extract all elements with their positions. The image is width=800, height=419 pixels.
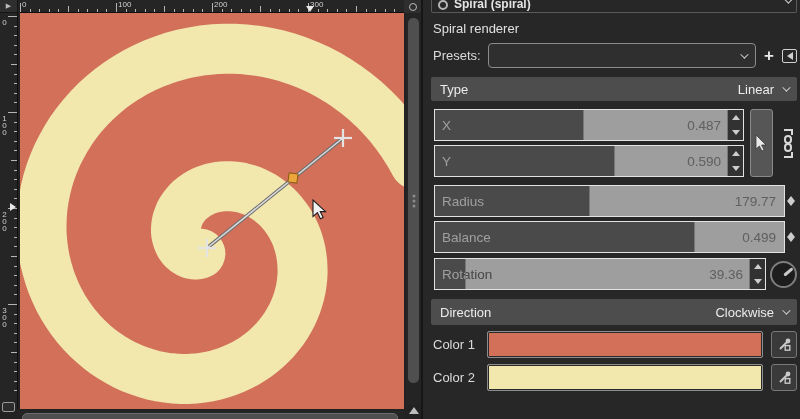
pick-position-button[interactable] [750, 109, 773, 177]
x-spinner[interactable] [727, 110, 743, 140]
rotation-slider-value: 39.36 [709, 267, 743, 282]
balance-slider-label: Balance [442, 230, 491, 245]
type-dropdown[interactable]: Type Linear [431, 77, 797, 101]
color2-row: Color 2 [433, 364, 797, 391]
y-spinner[interactable] [727, 146, 743, 176]
presets-combo[interactable] [488, 43, 756, 68]
quick-mask-toggle[interactable] [2, 402, 15, 412]
radius-slider[interactable]: Radius 179.77 [434, 185, 785, 217]
balance-slider-value: 0.499 [742, 230, 776, 245]
scroll-up-arrow-icon[interactable] [409, 407, 419, 414]
ruler-label: 200 [214, 0, 227, 9]
rotation-slider[interactable]: Rotation 39.36 [434, 258, 766, 290]
eyedropper-icon [777, 370, 792, 385]
rotation-slider-label: Rotation [442, 267, 492, 282]
ruler-label: 100 [118, 0, 131, 9]
color1-label: Color 1 [433, 337, 479, 352]
spin-up-icon[interactable] [732, 115, 740, 120]
color2-label: Color 2 [433, 370, 479, 385]
color1-swatch[interactable] [487, 331, 763, 358]
vertical-scrollbar[interactable] [406, 13, 421, 405]
spin-down-icon[interactable] [732, 166, 740, 171]
ruler-label: 200 [1, 210, 8, 231]
navigation-circle-icon [409, 3, 417, 11]
chevron-down-icon [782, 83, 790, 91]
presets-row: Presets: + [433, 43, 797, 68]
spiral-tool-panel: Spiral (spiral) Spiral renderer Presets:… [421, 0, 800, 419]
y-slider-label: Y [442, 154, 451, 169]
operation-title: Spiral (spiral) [454, 0, 531, 11]
spin-up-icon[interactable] [732, 151, 740, 156]
spin-down-icon[interactable] [732, 130, 740, 135]
radius-spinner[interactable] [785, 193, 797, 209]
spin-down-icon[interactable] [754, 279, 762, 284]
direction-value: Clockwise [715, 305, 774, 320]
vertical-scrollbar-thumb[interactable] [408, 18, 419, 383]
color2-swatch[interactable] [487, 364, 763, 391]
type-label: Type [440, 82, 468, 97]
rotation-spinner[interactable] [749, 259, 765, 289]
direction-label: Direction [440, 305, 491, 320]
x-slider-label: X [442, 118, 451, 133]
color1-row: Color 1 [433, 331, 797, 358]
y-slider-value: 0.590 [687, 154, 721, 169]
balance-slider[interactable]: Balance 0.499 [434, 221, 785, 253]
color2-picker-button[interactable] [771, 364, 797, 391]
triangle-left-icon [787, 52, 793, 60]
image-canvas[interactable] [20, 13, 404, 409]
direction-dropdown[interactable]: Direction Clockwise [431, 299, 797, 325]
chain-link-icon[interactable] [779, 109, 797, 177]
x-slider-value: 0.487 [687, 118, 721, 133]
x-slider-fill [435, 110, 584, 140]
pointer-position-marker [10, 203, 16, 211]
radius-slider-label: Radius [442, 194, 484, 209]
y-slider[interactable]: Y 0.590 [434, 145, 744, 177]
spin-down-icon[interactable] [787, 237, 795, 242]
presets-label: Presets: [433, 48, 481, 63]
horizontal-scrollbar[interactable] [20, 411, 404, 419]
spin-down-icon[interactable] [787, 201, 795, 206]
spin-up-icon[interactable] [754, 264, 762, 269]
ruler-label: 300 [1, 306, 8, 327]
ruler-label: 0 [22, 0, 26, 9]
rotation-dial-icon[interactable] [770, 261, 797, 288]
vertical-ruler[interactable]: 0100200300 [0, 13, 18, 409]
x-slider[interactable]: X 0.487 [434, 109, 744, 141]
navigation-preview-button[interactable] [404, 0, 421, 13]
gegl-operation-icon [438, 0, 448, 10]
canvas-pane: ▶ 0100200300 0100200300 [0, 0, 421, 419]
operation-title-bar: Spiral (spiral) [431, 0, 797, 13]
ruler-label: 0 [1, 18, 8, 25]
gimp-window: ▶ 0100200300 0100200300 Spiral (spiral) … [0, 0, 800, 419]
scrollbar-grip-icon [412, 194, 415, 207]
horizontal-scrollbar-thumb[interactable] [22, 413, 398, 419]
chevron-down-icon [782, 306, 790, 314]
y-slider-fill [435, 146, 615, 176]
ruler-label: 100 [1, 114, 8, 135]
horizontal-ruler[interactable]: 0100200300 [20, 0, 404, 13]
ruler-corner-button[interactable]: ▶ [0, 0, 18, 13]
color1-picker-button[interactable] [771, 331, 797, 358]
chevron-down-icon [740, 50, 748, 58]
balance-spinner[interactable] [785, 229, 797, 245]
eyedropper-icon [777, 337, 792, 352]
radius-slider-value: 179.77 [735, 194, 776, 209]
add-preset-button[interactable]: + [763, 47, 775, 64]
cursor-arrow-icon [755, 135, 768, 152]
xy-block: X 0.487 Y 0.590 [434, 109, 797, 177]
type-value: Linear [738, 82, 774, 97]
chevron-down-icon[interactable] [784, 0, 792, 4]
pointer-position-marker [306, 6, 314, 12]
preset-menu-button[interactable] [782, 49, 797, 63]
operation-subtitle: Spiral renderer [433, 21, 797, 36]
